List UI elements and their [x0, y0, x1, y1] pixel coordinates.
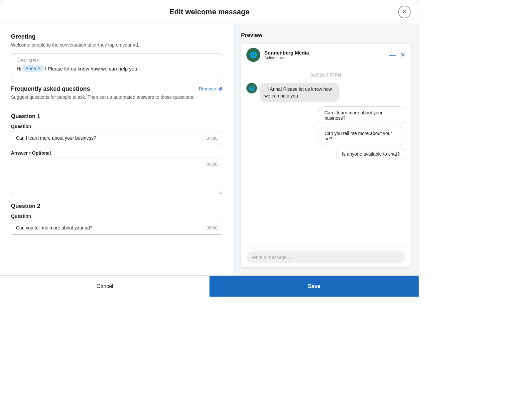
modal-title: Edit welcome message — [170, 8, 250, 16]
preview-title: Preview — [241, 32, 411, 39]
greeting-section: Greeting Welcome people to the conversat… — [11, 33, 222, 76]
faq-description: Suggest questions for people to ask. The… — [11, 94, 195, 100]
chat-status: Active now — [264, 56, 385, 60]
chat-window: 🌐 Sonnenberg Media Active now — ✕ 6/15/2… — [241, 44, 411, 267]
modal-body: Greeting Welcome people to the conversat… — [0, 24, 419, 275]
suggested-questions: Can I learn more about your business? Ca… — [246, 106, 405, 160]
bot-avatar: 🌐 — [246, 83, 257, 93]
question-1-block: Question 1 Question 37/80 Answer • Optio… — [11, 113, 222, 196]
question-1-field-label: Question — [11, 124, 222, 129]
suggested-q2[interactable]: Can you tell me more about your ad? — [319, 127, 405, 145]
question-1-input-wrapper: 37/80 — [11, 131, 222, 145]
chat-messages: 6/15/20, 6:57 PM 🌐 Hi Anna! Please let u… — [241, 66, 411, 247]
left-panel: Greeting Welcome people to the conversat… — [0, 24, 233, 275]
question-1-input[interactable] — [11, 131, 222, 145]
faq-title: Frequently asked questions — [11, 85, 195, 92]
greeting-box[interactable]: Greeting text Hi Anna ✕ ! Please let us … — [11, 54, 222, 76]
bot-message-bubble: Hi Anna! Please let us know how we can h… — [260, 83, 339, 102]
greeting-content: Hi Anna ✕ ! Please let us know how we ca… — [17, 65, 216, 72]
close-button[interactable]: ✕ — [398, 6, 411, 18]
greeting-pre: Hi — [17, 66, 21, 71]
cancel-button[interactable]: Cancel — [0, 276, 209, 297]
chat-info: Sonnenberg Media Active now — [264, 50, 385, 60]
question-2-input[interactable] — [11, 221, 222, 235]
save-button[interactable]: Save — [209, 276, 419, 297]
tag-remove-icon[interactable]: ✕ — [38, 66, 41, 71]
answer-1-input[interactable] — [11, 158, 222, 194]
chat-input-row: Write a message... — [241, 247, 411, 267]
answer-1-label: Answer • Optional — [11, 150, 222, 156]
modal-header: Edit welcome message ✕ — [0, 0, 419, 24]
question-2-block: Question 2 Question 35/80 — [11, 203, 222, 235]
suggested-q3[interactable]: Is anyone available to chat? — [336, 148, 405, 160]
tag-text: Anna — [25, 66, 36, 71]
answer-1-input-wrapper: 0/300 — [11, 158, 222, 196]
tag-chip[interactable]: Anna ✕ — [23, 65, 44, 72]
chat-timestamp: 6/15/20, 6:57 PM — [246, 73, 405, 77]
greeting-title: Greeting — [11, 33, 222, 40]
faq-header-row: Frequently asked questions Suggest quest… — [11, 85, 222, 106]
modal-footer: Cancel Save — [0, 275, 419, 297]
suggested-q1[interactable]: Can I learn more about your business? — [319, 106, 405, 124]
question-1-title: Question 1 — [11, 113, 222, 120]
greeting-description: Welcome people to the conversation after… — [11, 42, 222, 48]
remove-all-button[interactable]: Remove all — [199, 86, 222, 91]
chat-company-name: Sonnenberg Media — [264, 50, 385, 56]
question-2-input-wrapper: 35/80 — [11, 221, 222, 235]
chat-header: 🌐 Sonnenberg Media Active now — ✕ — [241, 44, 411, 66]
chat-input-placeholder[interactable]: Write a message... — [246, 251, 405, 263]
minimize-icon[interactable]: — — [389, 51, 396, 59]
chat-controls: — ✕ — [389, 51, 405, 59]
bot-message-row: 🌐 Hi Anna! Please let us know how we can… — [246, 83, 405, 102]
right-panel: Preview 🌐 Sonnenberg Media Active now — … — [233, 24, 419, 275]
greeting-field-label: Greeting text — [17, 58, 216, 63]
greeting-post: ! Please let us know how we can help you… — [45, 66, 139, 71]
chat-avatar: 🌐 — [246, 48, 260, 62]
chat-close-icon[interactable]: ✕ — [400, 51, 405, 59]
question-2-field-label: Question — [11, 213, 222, 219]
question-2-title: Question 2 — [11, 203, 222, 210]
faq-section: Frequently asked questions Suggest quest… — [11, 85, 222, 235]
answer-1-char-count: 0/300 — [206, 162, 217, 167]
